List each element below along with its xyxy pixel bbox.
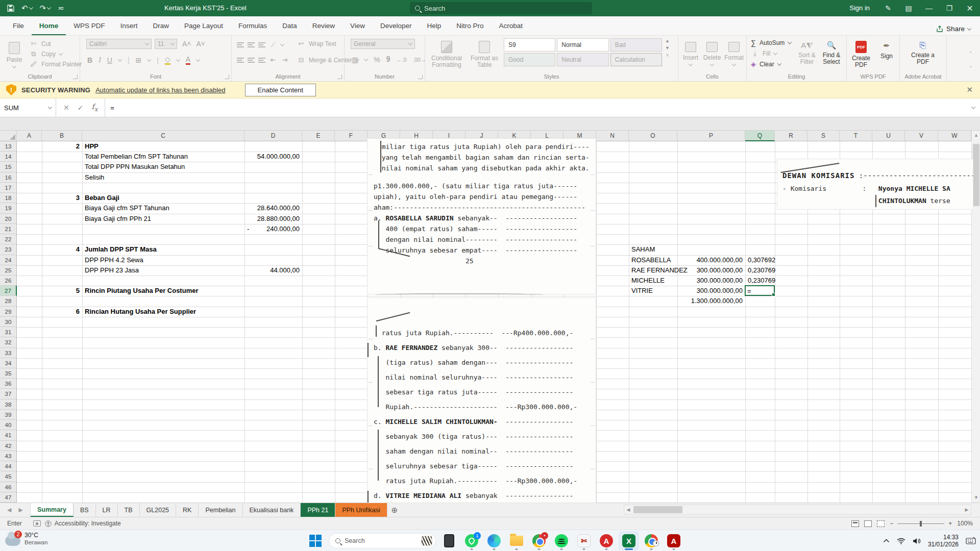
- cell-O26[interactable]: MICHELLE: [629, 276, 677, 286]
- cell-Q24[interactable]: 0,307692: [745, 255, 775, 265]
- autosum-button[interactable]: ∑AutoSum: [751, 39, 791, 47]
- ribbon-tab-page-layout[interactable]: Page Layout: [177, 16, 231, 35]
- ribbon-tab-review[interactable]: Review: [305, 16, 342, 35]
- sheet-tab-tb[interactable]: TB: [118, 503, 140, 517]
- ribbon-display-options-icon[interactable]: ▤: [898, 0, 919, 16]
- row-header-27[interactable]: 27: [0, 286, 17, 296]
- row-header-20[interactable]: 20: [0, 214, 17, 224]
- align-middle-icon[interactable]: [248, 42, 255, 47]
- taskbar-app-whatsapp[interactable]: 1: [461, 531, 482, 550]
- ribbon-tab-data[interactable]: Data: [275, 16, 305, 35]
- cell-C24[interactable]: DPP PPH 4.2 Sewa: [82, 255, 297, 265]
- taskbar-app-acrobat[interactable]: A: [664, 531, 684, 550]
- tray-chevron-icon[interactable]: [883, 539, 890, 543]
- fill-color-icon[interactable]: ◇: [165, 55, 170, 65]
- cell-C16[interactable]: Selisih: [82, 172, 297, 183]
- zoom-thumb[interactable]: [920, 521, 922, 527]
- ribbon-tab-formulas[interactable]: Formulas: [231, 16, 275, 35]
- row-header-29[interactable]: 29: [0, 307, 17, 317]
- row-header-18[interactable]: 18: [0, 193, 17, 203]
- cell-B13[interactable]: 2: [42, 141, 82, 152]
- cell-C13[interactable]: HPP: [82, 141, 297, 152]
- clock[interactable]: 14:33 31/01/2026: [928, 534, 959, 548]
- sheet-tab-summary[interactable]: Summary: [31, 503, 74, 517]
- sheet-tab-nav[interactable]: ◀▶: [0, 503, 31, 517]
- formula-bar-expand-icon[interactable]: [967, 98, 980, 117]
- number-format-combo[interactable]: General: [351, 39, 415, 49]
- wifi-icon[interactable]: [897, 538, 905, 544]
- taskbar-app-phone-link[interactable]: [439, 531, 459, 550]
- column-header-P[interactable]: P: [677, 131, 745, 141]
- borders-icon[interactable]: ⊞: [136, 56, 142, 64]
- column-header-E[interactable]: E: [302, 131, 335, 141]
- cell-style-calculation[interactable]: Calculation: [610, 53, 662, 66]
- horizontal-scroll-thumb[interactable]: [633, 506, 682, 513]
- row-header-46[interactable]: 46: [0, 482, 17, 492]
- alignment-dialog-launcher-icon[interactable]: [337, 74, 342, 79]
- increase-font-icon[interactable]: A˄: [182, 40, 191, 48]
- taskbar-app-edge[interactable]: [484, 531, 504, 550]
- cell-C15[interactable]: Total DPP PPN Masukan Setahun: [82, 162, 297, 172]
- sheet-tab-lr[interactable]: LR: [96, 503, 118, 517]
- sheet-tab-bs[interactable]: BS: [74, 503, 96, 517]
- format-cells-button[interactable]: Format: [723, 38, 745, 66]
- ribbon-tab-developer[interactable]: Developer: [373, 16, 420, 35]
- comma-icon[interactable]: 𝟗: [386, 55, 390, 64]
- cell-P26[interactable]: 300.000.000,00: [677, 276, 745, 286]
- new-sheet-button[interactable]: ⊕: [387, 503, 402, 517]
- close-button[interactable]: ✕: [960, 0, 980, 16]
- cell-B23[interactable]: 4: [42, 244, 82, 255]
- decrease-decimal-icon[interactable]: .00→: [413, 57, 426, 63]
- cell-P25[interactable]: 300.000.000,00: [677, 265, 745, 276]
- clear-button[interactable]: ◈Clear: [751, 60, 781, 68]
- row-header-37[interactable]: 37: [0, 389, 17, 399]
- sheet-tab-rk[interactable]: RK: [176, 503, 199, 517]
- align-top-icon[interactable]: [237, 42, 244, 47]
- page-layout-view-icon[interactable]: [864, 520, 872, 527]
- format-as-table-button[interactable]: Format as Table: [468, 37, 501, 68]
- cell-D25[interactable]: 44.000,00: [244, 265, 302, 276]
- format-painter-button[interactable]: 🖉Format Painter: [30, 60, 82, 68]
- zoom-level[interactable]: 100%: [957, 520, 973, 527]
- minimize-button[interactable]: —: [919, 0, 939, 16]
- cell-Q25[interactable]: 0,230769: [745, 265, 775, 276]
- taskbar-app-snipping-tool[interactable]: ✄: [574, 531, 594, 550]
- insert-cells-button[interactable]: Insert: [680, 38, 701, 66]
- horizontal-scrollbar[interactable]: ◀ ▶: [624, 505, 971, 515]
- column-header-T[interactable]: T: [840, 131, 872, 141]
- pen-mode-icon[interactable]: ✎: [878, 0, 898, 16]
- column-header-A[interactable]: A: [17, 131, 42, 141]
- sheet-tab-ekualisasi-bank[interactable]: Ekualisasi bank: [243, 503, 301, 517]
- ribbon-tab-nitro-pro[interactable]: Nitro Pro: [449, 16, 491, 35]
- name-box[interactable]: SUM: [0, 98, 56, 117]
- cell-B29[interactable]: 6: [42, 307, 82, 317]
- share-button[interactable]: Share: [936, 25, 971, 33]
- cell-D19[interactable]: 28.640.000,00: [244, 203, 302, 213]
- align-right-icon[interactable]: [258, 58, 265, 63]
- scroll-left-icon[interactable]: ◀: [625, 506, 632, 513]
- cell-D21[interactable]: -240.000,00: [244, 224, 302, 234]
- row-header-14[interactable]: 14: [0, 152, 17, 162]
- column-header-R[interactable]: R: [775, 131, 807, 141]
- column-header-V[interactable]: V: [905, 131, 938, 141]
- row-header-39[interactable]: 39: [0, 410, 17, 420]
- row-header-34[interactable]: 34: [0, 358, 17, 368]
- row-header-16[interactable]: 16: [0, 172, 17, 183]
- ribbon-tab-acrobat[interactable]: Acrobat: [492, 16, 531, 35]
- cancel-formula-icon[interactable]: ✕: [63, 104, 69, 112]
- weather-widget[interactable]: 2 30°C Berawan: [5, 532, 47, 546]
- cell-D20[interactable]: 28.880.000,00: [244, 214, 302, 224]
- column-header-D[interactable]: D: [244, 131, 302, 141]
- embedded-document-image[interactable]: ratus juta Rupiah.---------- ---Rp400.00…: [368, 298, 596, 503]
- zoom-out-icon[interactable]: −: [890, 520, 893, 527]
- ribbon-tab-view[interactable]: View: [342, 16, 373, 35]
- column-header-U[interactable]: U: [872, 131, 905, 141]
- decrease-font-icon[interactable]: A˅: [197, 40, 206, 48]
- row-header-23[interactable]: 23: [0, 244, 17, 255]
- sheet-tab-pembelian[interactable]: Pembelian: [199, 503, 242, 517]
- redo-button[interactable]: ↷: [40, 4, 51, 13]
- cell-O24[interactable]: ROSABELLA: [629, 255, 677, 265]
- confirm-formula-icon[interactable]: ✓: [78, 104, 84, 112]
- find-select-button[interactable]: 🔍 Find & Select: [819, 37, 844, 65]
- taskbar-app-spotify[interactable]: [551, 531, 572, 550]
